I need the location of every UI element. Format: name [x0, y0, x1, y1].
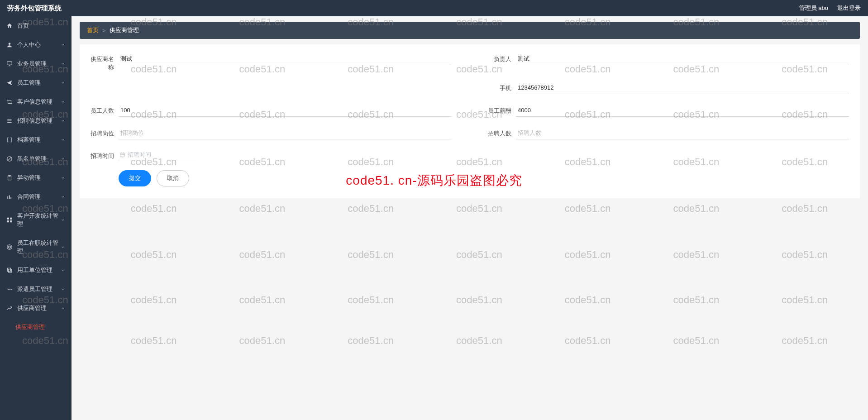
sidebar-item-label: 客户信息管理 — [17, 98, 52, 106]
breadcrumb-current: 供应商管理 — [110, 26, 139, 34]
sidebar-item-9[interactable]: 合同管理 — [0, 187, 72, 206]
label-emp-count: 员工人数 — [91, 104, 114, 115]
svg-rect-14 — [7, 218, 9, 220]
sidebar-item-label: 招聘信息管理 — [17, 117, 52, 125]
sidebar-item-14[interactable]: 供应商管理 — [0, 299, 72, 318]
home-icon — [6, 23, 13, 29]
logout-link[interactable]: 退出登录 — [837, 4, 861, 12]
breadcrumb-sep: > — [102, 27, 106, 34]
graph-icon — [6, 305, 13, 311]
sidebar-item-label: 供应商管理 — [17, 304, 47, 312]
chevron-down-icon — [61, 194, 65, 200]
sidebar-item-label: 合同管理 — [17, 193, 41, 201]
field-emp-count: 员工人数 — [91, 104, 452, 117]
svg-line-8 — [8, 157, 11, 161]
field-supplier-name: 供应商名称 — [91, 52, 452, 72]
sidebar: 首页个人中心业务员管理员工管理客户信息管理招聘信息管理档案管理黑名单管理异动管理… — [0, 16, 72, 420]
sidebar-item-0[interactable]: 首页 — [0, 16, 72, 35]
sidebar-item-label: 员工在职统计管理 — [17, 239, 61, 255]
submit-button[interactable]: 提交 — [119, 170, 151, 186]
slash-icon — [6, 156, 13, 162]
sidebar-item-label: 业务员管理 — [17, 60, 47, 68]
field-hire-time: 招聘时间 — [91, 149, 196, 160]
sidebar-item-label: 客户开发统计管理 — [17, 212, 61, 228]
svg-rect-1 — [7, 62, 12, 65]
input-hire-count[interactable] — [516, 127, 849, 139]
copy-icon — [6, 267, 13, 273]
sidebar-item-3[interactable]: 员工管理 — [0, 73, 72, 92]
chevron-down-icon — [61, 80, 65, 86]
svg-rect-12 — [9, 196, 10, 199]
header-right: 管理员 abo 退出登录 — [799, 4, 861, 12]
chevron-down-icon — [61, 217, 65, 224]
target-icon — [6, 244, 13, 250]
chevron-down-icon — [61, 175, 65, 181]
sidebar-item-8[interactable]: 异动管理 — [0, 168, 72, 187]
field-emp-salary: 员工薪酬 — [488, 104, 849, 117]
sidebar-item-label: 异动管理 — [17, 174, 41, 182]
svg-rect-17 — [10, 220, 12, 222]
svg-rect-11 — [7, 196, 8, 199]
sidebar-item-5[interactable]: 招聘信息管理 — [0, 111, 72, 130]
sidebar-item-4[interactable]: 客户信息管理 — [0, 92, 72, 111]
chevron-down-icon — [61, 118, 65, 124]
sidebar-item-2[interactable]: 业务员管理 — [0, 54, 72, 73]
chevron-down-icon — [61, 244, 65, 251]
label-hire-time: 招聘时间 — [91, 149, 114, 160]
input-phone[interactable] — [516, 81, 849, 94]
user-label[interactable]: 管理员 abo — [799, 4, 828, 12]
chevron-down-icon — [61, 156, 65, 162]
breadcrumb-home[interactable]: 首页 — [87, 26, 99, 34]
sidebar-item-label: 派遣员工管理 — [17, 285, 52, 293]
svg-rect-13 — [10, 197, 11, 199]
calendar-icon — [119, 152, 125, 158]
label-supplier-name: 供应商名称 — [91, 52, 114, 72]
input-hire-time[interactable] — [128, 151, 195, 158]
user-icon — [6, 42, 13, 48]
cancel-button[interactable]: 取消 — [157, 170, 189, 186]
svg-rect-22 — [120, 153, 124, 157]
send-icon — [6, 80, 13, 86]
chevron-down-icon — [61, 137, 65, 143]
sidebar-item-10[interactable]: 客户开发统计管理 — [0, 206, 72, 234]
sidebar-item-12[interactable]: 用工单位管理 — [0, 261, 72, 280]
sidebar-item-11[interactable]: 员工在职统计管理 — [0, 234, 72, 261]
sidebar-item-13[interactable]: 派遣员工管理 — [0, 280, 72, 299]
chevron-down-icon — [61, 286, 65, 293]
label-emp-salary: 员工薪酬 — [488, 104, 511, 115]
sidebar-item-label: 首页 — [17, 22, 29, 30]
chevron-down-icon — [61, 42, 65, 48]
date-input-wrap[interactable] — [119, 149, 196, 160]
chevron-down-icon — [61, 99, 65, 105]
form-actions: 提交 取消 — [119, 170, 849, 186]
monitor-icon — [6, 61, 13, 67]
clipboard-icon — [6, 175, 13, 181]
bar-icon — [6, 194, 13, 200]
sidebar-item-1[interactable]: 个人中心 — [0, 35, 72, 54]
sidebar-item-6[interactable]: 档案管理 — [0, 130, 72, 149]
sidebar-item-label: 个人中心 — [17, 41, 41, 49]
label-manager: 负责人 — [488, 52, 511, 63]
chevron-down-icon — [61, 61, 65, 67]
sidebar-item-label: 黑名单管理 — [17, 155, 47, 163]
top-header: 劳务外包管理系统 管理员 abo 退出登录 — [0, 0, 868, 16]
sidebar-item-7[interactable]: 黑名单管理 — [0, 149, 72, 168]
svg-point-0 — [9, 43, 11, 45]
input-emp-count[interactable] — [119, 104, 452, 117]
wave-icon — [6, 286, 13, 292]
field-phone: 手机 — [488, 81, 849, 94]
svg-rect-21 — [7, 268, 10, 271]
field-hire-count: 招聘人数 — [488, 127, 849, 139]
grid-icon — [6, 217, 13, 223]
sidebar-subitem-supplier[interactable]: 供应商管理 — [0, 318, 72, 337]
input-emp-salary[interactable] — [516, 104, 849, 117]
field-job-post: 招聘岗位 — [91, 127, 452, 139]
app-title: 劳务外包管理系统 — [7, 4, 62, 13]
input-manager[interactable] — [516, 52, 849, 65]
field-manager: 负责人 — [488, 52, 849, 72]
input-supplier-name[interactable] — [119, 52, 452, 65]
sidebar-item-label: 用工单位管理 — [17, 266, 52, 274]
input-job-post[interactable] — [119, 127, 452, 139]
svg-rect-15 — [10, 218, 12, 220]
breadcrumb: 首页 > 供应商管理 — [80, 22, 860, 39]
